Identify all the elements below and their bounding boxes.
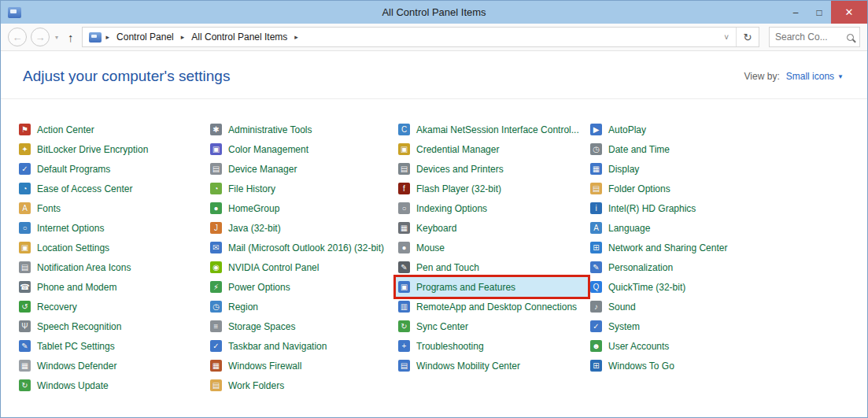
network-and-sharing-center-item[interactable]: ⊞Network and Sharing Center [588,238,848,257]
windows-update-item[interactable]: ↻Windows Update [17,375,208,395]
tablet-pc-settings-item[interactable]: ✎Tablet PC Settings [17,336,208,356]
item-label: Default Programs [37,164,110,175]
sync-center-item[interactable]: ↻Sync Center [396,316,588,336]
refresh-icon[interactable]: ↻ [736,28,759,46]
system-icon: ✓ [590,320,602,332]
breadcrumb-separator-icon: ▸ [105,33,112,41]
homegroup-icon: ● [210,202,222,214]
display-item[interactable]: ▦Display [588,159,848,179]
programs-features-icon: ▣ [398,281,410,293]
address-bar-right: ˅ ↻ [717,28,759,46]
windows-firewall-item[interactable]: ▦Windows Firewall [208,356,396,375]
up-button[interactable]: ↑ [64,31,78,44]
remoteapp-and-desktop-connections-item[interactable]: ▥RemoteApp and Desktop Connections [396,297,588,316]
troubleshooting-item[interactable]: +Troubleshooting [396,336,588,356]
phone-icon: ☎ [19,281,31,293]
ease-of-access-center-item[interactable]: ◔Ease of Access Center [17,179,208,198]
credential-vault-icon: ▣ [398,143,410,155]
windows-to-go-item[interactable]: ⊞Windows To Go [588,356,848,375]
item-label: Intel(R) HD Graphics [608,203,696,214]
recovery-item[interactable]: ↺Recovery [17,297,208,316]
forward-button[interactable]: → [31,28,50,46]
windows-update-icon: ↻ [19,379,31,391]
nvidia-control-panel-item[interactable]: ◉NVIDIA Control Panel [208,257,396,277]
color-management-item[interactable]: ▣Color Management [208,139,396,159]
items-column: ⚑Action Center✦BitLocker Drive Encryptio… [17,120,208,395]
minimize-button[interactable]: – [784,1,807,24]
item-label: Date and Time [608,144,670,155]
mail-microsoft-outlook-2016-32-bit-item[interactable]: ✉Mail (Microsoft Outlook 2016) (32-bit) [208,238,396,257]
keyboard-icon: ▦ [398,222,410,234]
date-and-time-item[interactable]: ◷Date and Time [588,139,848,159]
personalization-item[interactable]: ✎Personalization [588,257,848,277]
internet-globe-icon: ○ [19,222,31,234]
default-programs-item[interactable]: ✓Default Programs [17,159,208,179]
history-dropdown-icon[interactable]: ▾ [54,34,60,41]
language-item[interactable]: ALanguage [588,218,848,238]
administrative-tools-item[interactable]: ✱Administrative Tools [208,120,396,139]
remoteapp-icon: ▥ [398,301,410,313]
item-label: Power Options [228,282,290,293]
windows-to-go-icon: ⊞ [590,360,602,372]
indexing-options-item[interactable]: ○Indexing Options [396,198,588,218]
phone-and-modem-item[interactable]: ☎Phone and Modem [17,277,208,297]
item-label: Mail (Microsoft Outlook 2016) (32-bit) [228,242,384,253]
breadcrumb-item[interactable]: All Control Panel Items [187,30,291,44]
akamai-netsession-interface-control-item[interactable]: CAkamai NetSession Interface Control... [396,120,588,139]
folder-options-item[interactable]: ▤Folder Options [588,179,848,198]
bitlocker-drive-encryption-item[interactable]: ✦BitLocker Drive Encryption [17,139,208,159]
fonts-item[interactable]: AFonts [17,198,208,218]
address-bar[interactable]: ▸Control Panel▸All Control Panel Items▸ … [82,27,759,47]
programs-and-features-item[interactable]: ▣Programs and Features [396,277,588,297]
internet-options-item[interactable]: ○Internet Options [17,218,208,238]
breadcrumb-item[interactable]: Control Panel [113,30,178,44]
taskbar-and-navigation-item[interactable]: ✓Taskbar and Navigation [208,336,396,356]
maximize-button[interactable]: □ [807,1,831,24]
user-accounts-icon: ☻ [590,340,602,352]
view-by-dropdown[interactable]: Small icons ▼ [786,71,844,82]
homegroup-item[interactable]: ●HomeGroup [208,198,396,218]
java-32-bit-item[interactable]: JJava (32-bit) [208,218,396,238]
search-input[interactable] [775,31,847,43]
mouse-item[interactable]: ●Mouse [396,238,588,257]
devices-and-printers-item[interactable]: ▤Devices and Printers [396,159,588,179]
pen-and-touch-item[interactable]: ✎Pen and Touch [396,257,588,277]
default-programs-icon: ✓ [19,163,31,175]
item-label: Mouse [416,242,445,253]
autoplay-item[interactable]: ▶AutoPlay [588,120,848,139]
power-options-item[interactable]: ⚡Power Options [208,277,396,297]
back-button[interactable]: ← [8,28,27,46]
file-history-item[interactable]: ◔File History [208,179,396,198]
system-item[interactable]: ✓System [588,316,848,336]
device-manager-item[interactable]: ▤Device Manager [208,159,396,179]
windows-mobility-center-item[interactable]: ▤Windows Mobility Center [396,356,588,375]
item-label: Personalization [608,262,673,273]
region-item[interactable]: ◷Region [208,297,396,316]
speech-recognition-item[interactable]: ΨSpeech Recognition [17,316,208,336]
user-accounts-item[interactable]: ☻User Accounts [588,336,848,356]
item-label: Flash Player (32-bit) [416,183,501,194]
search-icon[interactable] [847,34,854,41]
credential-manager-item[interactable]: ▣Credential Manager [396,139,588,159]
item-label: Internet Options [37,223,104,234]
item-label: BitLocker Drive Encryption [37,144,148,155]
titlebar: All Control Panel Items – □ ✕ [1,1,867,24]
item-label: Tablet PC Settings [37,341,115,352]
flash-player-32-bit-item[interactable]: fFlash Player (32-bit) [396,179,588,198]
notification-area-icons-item[interactable]: ▤Notification Area Icons [17,257,208,277]
close-button[interactable]: ✕ [831,1,867,24]
breadcrumb-separator-icon: ▸ [293,33,300,41]
intel-r-hd-graphics-item[interactable]: iIntel(R) HD Graphics [588,198,848,218]
work-folders-item[interactable]: ▤Work Folders [208,375,396,395]
quicktime-32-bit-item[interactable]: QQuickTime (32-bit) [588,277,848,297]
address-dropdown-icon[interactable]: ˅ [717,28,736,46]
storage-spaces-item[interactable]: ≡Storage Spaces [208,316,396,336]
windows-defender-item[interactable]: ▦Windows Defender [17,356,208,375]
location-settings-item[interactable]: ▣Location Settings [17,238,208,257]
action-center-item[interactable]: ⚑Action Center [17,120,208,139]
mobility-center-icon: ▤ [398,360,410,372]
search-box[interactable] [769,27,860,47]
sound-item[interactable]: ♪Sound [588,297,848,316]
keyboard-item[interactable]: ▦Keyboard [396,218,588,238]
mouse-icon: ● [398,242,410,253]
